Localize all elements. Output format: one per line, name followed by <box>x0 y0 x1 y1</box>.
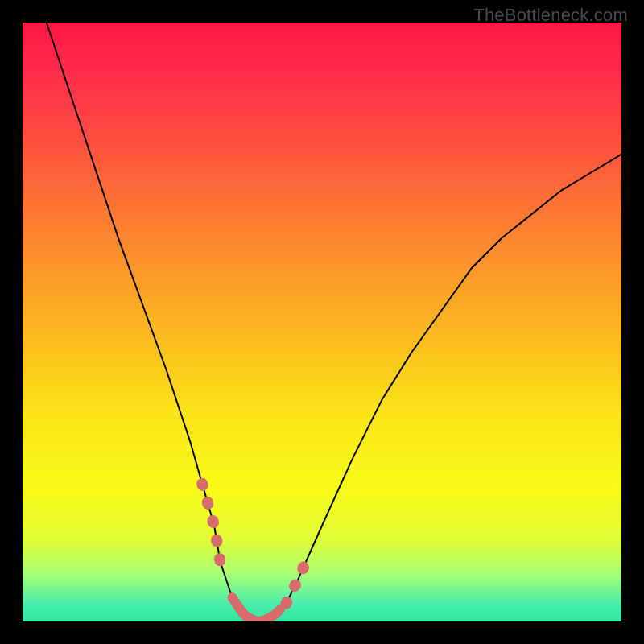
gradient-background <box>23 23 621 621</box>
bottleneck-chart <box>23 23 621 621</box>
chart-area <box>23 23 621 621</box>
